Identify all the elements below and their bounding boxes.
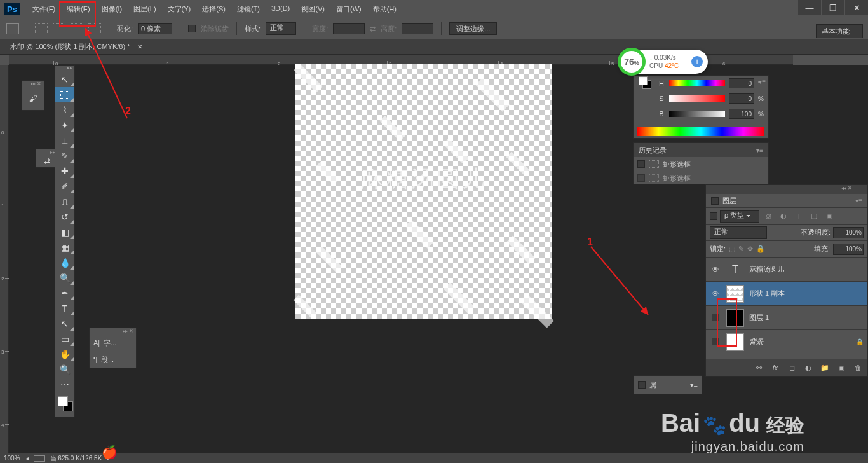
more-tools-icon[interactable]: ⋯ <box>55 377 74 392</box>
layer-name[interactable]: 图层 1 <box>749 313 864 322</box>
foreground-color-swatch[interactable] <box>58 396 68 406</box>
visibility-toggle[interactable] <box>710 338 721 347</box>
healing-tool[interactable]: ✚ <box>55 163 74 179</box>
feather-input[interactable] <box>138 23 172 34</box>
layer-name[interactable]: 形状 1 副本 <box>749 289 864 298</box>
lock-all-icon[interactable]: 🔒 <box>756 245 765 253</box>
menu-type[interactable]: 文字(Y) <box>162 1 197 17</box>
tool-preset-icon[interactable] <box>6 23 19 34</box>
character-button[interactable]: A|字... <box>90 335 136 351</box>
zoom-level[interactable]: 100% <box>4 455 20 462</box>
document-canvas[interactable]: 麻糖汤圆儿 <box>295 64 552 319</box>
shape-tool[interactable]: ▭ <box>55 331 74 347</box>
window-maximize-button[interactable]: ❐ <box>822 0 844 15</box>
lasso-tool[interactable]: ⌇ <box>55 102 74 118</box>
type-tool[interactable]: T <box>55 301 74 316</box>
blur-tool[interactable]: 💧 <box>55 255 74 270</box>
perf-widget[interactable]: 76% ↓ 0.03K/s CPU 42°C + <box>619 50 708 74</box>
menu-window[interactable]: 窗口(W) <box>330 1 367 17</box>
subtract-selection-icon[interactable] <box>71 23 83 34</box>
filter-adjustment-icon[interactable]: ◐ <box>777 211 790 222</box>
menu-3d[interactable]: 3D(D) <box>266 1 295 17</box>
tab-close-icon[interactable]: ✕ <box>137 43 142 50</box>
menu-edit[interactable]: 编辑(E) <box>61 1 96 17</box>
filter-smart-icon[interactable]: ▣ <box>823 211 836 222</box>
tools-collapse-icon[interactable]: ▸▸ <box>55 66 74 72</box>
zoom-tool[interactable]: 🔍 <box>55 362 74 377</box>
intersect-selection-icon[interactable] <box>88 23 101 34</box>
paragraph-button[interactable]: ¶段... <box>90 351 136 368</box>
visibility-toggle[interactable] <box>710 314 721 322</box>
history-item[interactable]: 矩形选框 <box>634 157 768 171</box>
eraser-tool[interactable]: ◧ <box>55 225 74 240</box>
menu-layer[interactable]: 图层(L) <box>128 1 161 17</box>
adjustment-layer-icon[interactable]: ◐ <box>803 364 814 372</box>
visibility-toggle[interactable]: 👁 <box>710 289 721 298</box>
fill-input[interactable] <box>833 244 864 255</box>
lock-transparent-icon[interactable]: ⬚ <box>729 245 735 253</box>
layer-row[interactable]: 👁 T 麻糖汤圆儿 <box>706 258 867 282</box>
history-tab[interactable]: 历史记录▾≡ <box>634 143 768 157</box>
style-select[interactable]: 正常 <box>266 22 296 35</box>
layers-tab[interactable]: 图层 ▾≡ <box>706 194 867 208</box>
menu-filter[interactable]: 滤镜(T) <box>231 1 266 17</box>
h-value-input[interactable] <box>729 78 754 88</box>
visibility-toggle[interactable]: 👁 <box>710 265 721 274</box>
opacity-input[interactable] <box>833 227 864 238</box>
link-layers-icon[interactable]: ⚯ <box>753 364 764 372</box>
h-slider[interactable] <box>669 80 725 86</box>
color-swatches[interactable] <box>55 395 74 414</box>
menu-help[interactable]: 帮助(H) <box>367 1 402 17</box>
perf-add-icon[interactable]: + <box>691 56 703 67</box>
delete-layer-icon[interactable]: 🗑 <box>852 364 864 371</box>
layer-row[interactable]: 图层 1 <box>706 306 867 330</box>
color-panel-menu-icon[interactable]: ▾≡ <box>759 78 766 85</box>
collapsed-panel-1[interactable]: ▸▸ ✕ 🖌 <box>22 80 44 111</box>
lock-image-icon[interactable]: ✎ <box>738 245 744 253</box>
eyedropper-tool[interactable]: ✎ <box>55 148 74 163</box>
b-slider[interactable] <box>669 111 725 117</box>
refine-edge-button[interactable]: 调整边缘... <box>449 22 497 35</box>
layer-group-icon[interactable]: 📁 <box>819 364 831 372</box>
path-tool[interactable]: ↖ <box>55 316 74 331</box>
layer-name[interactable]: 麻糖汤圆儿 <box>749 265 864 274</box>
stamp-tool[interactable]: ⎍ <box>55 194 74 209</box>
menu-image[interactable]: 图像(I) <box>96 1 128 17</box>
window-close-button[interactable]: ✕ <box>845 0 868 15</box>
menu-view[interactable]: 视图(V) <box>295 1 330 17</box>
history-brush-tool[interactable]: ↺ <box>55 209 74 225</box>
wand-tool[interactable]: ✦ <box>55 118 74 133</box>
crop-tool[interactable]: ⟂ <box>55 133 74 148</box>
antialias-checkbox[interactable] <box>188 25 196 32</box>
move-tool[interactable]: ↖ <box>55 72 74 87</box>
b-value-input[interactable] <box>729 109 754 119</box>
layer-name[interactable]: 背景 <box>749 337 851 347</box>
filter-shape-icon[interactable]: ▢ <box>808 211 820 222</box>
new-layer-icon[interactable]: ▣ <box>836 364 847 372</box>
hand-tool[interactable]: ✋ <box>55 347 74 362</box>
filter-pixel-icon[interactable]: ▧ <box>762 211 775 222</box>
dodge-tool[interactable]: 🔍 <box>55 270 74 286</box>
add-selection-icon[interactable] <box>53 23 65 34</box>
brush-tool[interactable]: ✐ <box>55 179 74 194</box>
document-tab[interactable]: 水印 @ 100% (形状 1 副本, CMYK/8) * ✕ <box>5 39 147 54</box>
window-minimize-button[interactable]: — <box>798 0 821 15</box>
color-panel-swatches[interactable] <box>637 75 654 92</box>
menu-file[interactable]: 文件(F) <box>27 1 61 17</box>
filter-kind-select[interactable]: ρ 类型 ÷ <box>720 210 759 223</box>
new-selection-icon[interactable] <box>35 23 48 34</box>
layer-row[interactable]: 背景 🔒 <box>706 330 867 354</box>
doc-size[interactable]: 当:625.0 K/126.5K <box>50 454 102 463</box>
filter-toggle[interactable] <box>710 212 717 220</box>
s-slider[interactable] <box>669 95 725 102</box>
history-item[interactable]: 矩形选框 <box>634 171 768 185</box>
lock-position-icon[interactable]: ✥ <box>747 245 753 253</box>
properties-panel[interactable]: 属▾≡ <box>634 375 702 394</box>
filter-type-icon[interactable]: T <box>792 211 805 222</box>
menu-select[interactable]: 选择(S) <box>196 1 231 17</box>
color-spectrum[interactable] <box>637 127 764 136</box>
layer-mask-icon[interactable]: ◻ <box>786 364 797 372</box>
blend-mode-select[interactable]: 正常 <box>710 226 767 239</box>
marquee-tool[interactable] <box>55 87 74 102</box>
char-panel-head[interactable]: ▸▸ ✕ <box>90 328 136 335</box>
